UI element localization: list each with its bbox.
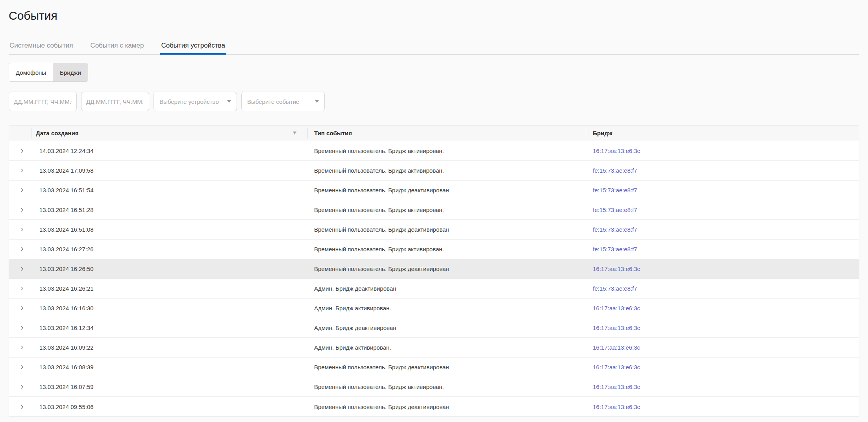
- header-type-column: Тип события: [307, 125, 586, 141]
- row-event-type: Временный пользователь. Бридж активирова…: [307, 240, 586, 259]
- expand-row-button[interactable]: [18, 304, 26, 312]
- chevron-right-icon: [19, 305, 25, 311]
- row-expand-cell: [9, 279, 31, 298]
- row-event-type: Временный пользователь. Бридж деактивиро…: [307, 358, 586, 377]
- row-event-type: Админ. Бридж активирован.: [307, 338, 586, 357]
- table-row[interactable]: 13.03.2024 16:26:21 Админ. Бридж деактив…: [9, 279, 859, 299]
- header-bridge-label: Бридж: [593, 130, 612, 136]
- row-date: 13.03.2024 16:08:39: [31, 358, 307, 377]
- row-bridge-cell: fe:15:73:ae:e8:f7: [586, 181, 859, 200]
- table-row[interactable]: 13.03.2024 16:51:08 Временный пользовате…: [9, 220, 859, 240]
- row-date: 14.03.2024 12:24:34: [31, 141, 307, 160]
- expand-row-button[interactable]: [18, 186, 26, 194]
- page-title: События: [9, 9, 859, 22]
- chevron-right-icon: [19, 364, 25, 370]
- bridge-link[interactable]: 16:17:aa:13:e6:3c: [593, 404, 640, 410]
- chevron-right-icon: [19, 227, 25, 232]
- bridge-link[interactable]: 16:17:aa:13:e6:3c: [593, 364, 640, 370]
- toggle-intercoms-button[interactable]: Домофоны: [9, 63, 53, 81]
- row-bridge-cell: fe:15:73:ae:e8:f7: [586, 220, 859, 239]
- table-row[interactable]: 13.03.2024 16:09:22 Админ. Бридж активир…: [9, 338, 859, 358]
- date-from-input[interactable]: [9, 92, 77, 111]
- table-row[interactable]: 13.03.2024 09:55:06 Временный пользовате…: [9, 397, 859, 416]
- bridge-link[interactable]: 16:17:aa:13:e6:3c: [593, 265, 640, 272]
- row-date: 13.03.2024 16:51:08: [31, 220, 307, 239]
- bridge-link[interactable]: fe:15:73:ae:e8:f7: [593, 226, 637, 233]
- tab-system-events[interactable]: Системные события: [9, 42, 74, 54]
- row-expand-cell: [9, 299, 31, 318]
- table-row[interactable]: 13.03.2024 16:27:26 Временный пользовате…: [9, 240, 859, 259]
- row-date: 13.03.2024 17:09:58: [31, 161, 307, 180]
- bridge-link[interactable]: 16:17:aa:13:e6:3c: [593, 147, 640, 154]
- bridge-link[interactable]: 16:17:aa:13:e6:3c: [593, 383, 640, 390]
- header-date-column: Дата создания: [31, 125, 307, 141]
- row-date: 13.03.2024 16:26:21: [31, 279, 307, 298]
- bridge-link[interactable]: fe:15:73:ae:e8:f7: [593, 246, 637, 252]
- event-select-placeholder: Выберите событие: [247, 98, 299, 105]
- expand-row-button[interactable]: [18, 324, 26, 332]
- table-row[interactable]: 13.03.2024 16:51:54 Временный пользовате…: [9, 181, 859, 200]
- bridge-link[interactable]: fe:15:73:ae:e8:f7: [593, 187, 637, 193]
- bridge-link[interactable]: 16:17:aa:13:e6:3c: [593, 344, 640, 351]
- expand-row-button[interactable]: [18, 285, 26, 293]
- table-row[interactable]: 14.03.2024 12:24:34 Временный пользовате…: [9, 141, 859, 161]
- expand-row-button[interactable]: [18, 167, 26, 175]
- toggle-bridges-button[interactable]: Бриджи: [53, 63, 88, 81]
- row-bridge-cell: 16:17:aa:13:e6:3c: [586, 358, 859, 377]
- events-table: Дата создания Тип события Бридж: [9, 125, 859, 417]
- bridge-link[interactable]: fe:15:73:ae:e8:f7: [593, 167, 637, 174]
- header-expand-column: [9, 125, 31, 141]
- row-bridge-cell: 16:17:aa:13:e6:3c: [586, 299, 859, 318]
- expand-row-button[interactable]: [18, 403, 26, 411]
- table-row[interactable]: 13.03.2024 16:26:50 Временный пользовате…: [9, 259, 859, 279]
- device-select-placeholder: Выберите устройство: [159, 98, 219, 105]
- chevron-right-icon: [19, 286, 25, 291]
- chevron-right-icon: [19, 345, 25, 350]
- expand-row-button[interactable]: [18, 206, 26, 214]
- table-row[interactable]: 13.03.2024 16:51:28 Временный пользовате…: [9, 200, 859, 220]
- header-type-label: Тип события: [314, 130, 352, 136]
- expand-row-button[interactable]: [18, 245, 26, 253]
- row-expand-cell: [9, 397, 31, 416]
- row-event-type: Временный пользователь. Бридж активирова…: [307, 141, 586, 160]
- row-event-type: Временный пользователь. Бридж активирова…: [307, 161, 586, 180]
- row-bridge-cell: fe:15:73:ae:e8:f7: [586, 279, 859, 298]
- bridge-link[interactable]: 16:17:aa:13:e6:3c: [593, 324, 640, 331]
- row-event-type: Временный пользователь. Бридж деактивиро…: [307, 181, 586, 200]
- row-expand-cell: [9, 358, 31, 377]
- row-event-type: Временный пользователь. Бридж активирова…: [307, 377, 586, 396]
- bridge-link[interactable]: fe:15:73:ae:e8:f7: [593, 285, 637, 292]
- expand-row-button[interactable]: [18, 265, 26, 273]
- expand-row-button[interactable]: [18, 383, 26, 391]
- row-event-type: Админ. Бридж деактивирован: [307, 279, 586, 298]
- event-select[interactable]: Выберите событие: [241, 92, 325, 111]
- expand-row-button[interactable]: [18, 363, 26, 371]
- expand-row-button[interactable]: [18, 147, 26, 155]
- chevron-down-icon: [227, 100, 231, 103]
- row-date: 13.03.2024 16:26:50: [31, 259, 307, 278]
- bridge-link[interactable]: 16:17:aa:13:e6:3c: [593, 305, 640, 311]
- device-select[interactable]: Выберите устройство: [154, 92, 237, 111]
- row-date: 13.03.2024 16:51:28: [31, 200, 307, 219]
- filter-funnel-icon: [292, 131, 297, 136]
- table-row[interactable]: 13.03.2024 16:08:39 Временный пользовате…: [9, 358, 859, 377]
- row-bridge-cell: 16:17:aa:13:e6:3c: [586, 397, 859, 416]
- row-expand-cell: [9, 220, 31, 239]
- tab-device-events[interactable]: События устройства: [160, 42, 226, 54]
- table-row[interactable]: 13.03.2024 17:09:58 Временный пользовате…: [9, 161, 859, 181]
- row-date: 13.03.2024 16:09:22: [31, 338, 307, 357]
- tab-camera-events[interactable]: События с камер: [89, 42, 144, 54]
- table-row[interactable]: 13.03.2024 16:07:59 Временный пользовате…: [9, 377, 859, 397]
- table-row[interactable]: 13.03.2024 16:16:30 Админ. Бридж активир…: [9, 299, 859, 318]
- row-event-type: Временный пользователь. Бридж деактивиро…: [307, 259, 586, 278]
- row-event-type: Админ. Бридж деактивирован: [307, 318, 586, 337]
- chevron-right-icon: [19, 148, 25, 154]
- column-filter-button[interactable]: [292, 130, 298, 136]
- row-bridge-cell: 16:17:aa:13:e6:3c: [586, 377, 859, 396]
- bridge-link[interactable]: fe:15:73:ae:e8:f7: [593, 206, 637, 213]
- table-row[interactable]: 13.03.2024 16:12:34 Админ. Бридж деактив…: [9, 318, 859, 338]
- expand-row-button[interactable]: [18, 344, 26, 352]
- expand-row-button[interactable]: [18, 226, 26, 234]
- date-to-input[interactable]: [81, 92, 149, 111]
- row-date: 13.03.2024 16:07:59: [31, 377, 307, 396]
